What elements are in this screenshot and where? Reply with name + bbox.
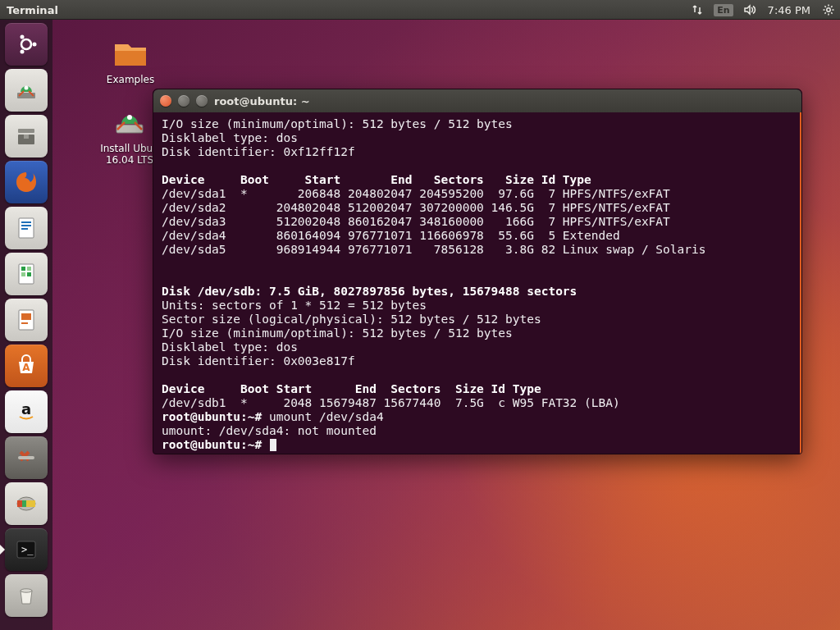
svg-point-2 <box>33 43 37 47</box>
active-app-title: Terminal <box>7 4 58 16</box>
output-line: Disk /dev/sdb: 7.5 GiB, 8027897856 bytes… <box>162 285 577 298</box>
output-line: Disk identifier: 0x003e817f <box>162 354 355 368</box>
svg-rect-16 <box>21 267 25 271</box>
volume-icon[interactable] <box>738 0 761 20</box>
svg-rect-7 <box>18 129 34 133</box>
output-line: Disk identifier: 0xf12ff12f <box>162 145 355 158</box>
table-header: Device Boot Start End Sectors Size Id Ty… <box>162 382 541 395</box>
svg-rect-14 <box>21 228 28 230</box>
svg-rect-29 <box>22 500 26 507</box>
svg-rect-19 <box>27 272 31 276</box>
output-line: Sector size (logical/physical): 512 byte… <box>162 313 541 326</box>
svg-text:A: A <box>22 362 30 373</box>
top-menubar: Terminal En 7:46 PM <box>0 0 840 20</box>
impress-icon[interactable] <box>5 299 48 341</box>
calc-icon[interactable] <box>5 253 48 295</box>
terminal-icon[interactable]: >_ <box>5 528 48 571</box>
svg-point-3 <box>21 35 25 39</box>
software-icon[interactable]: A <box>5 345 48 387</box>
svg-rect-30 <box>26 500 35 507</box>
firefox-icon[interactable] <box>5 161 48 203</box>
svg-point-33 <box>21 589 32 592</box>
ubiquity-icon[interactable] <box>5 69 48 112</box>
gparted-icon[interactable] <box>5 482 48 525</box>
svg-rect-12 <box>21 221 31 223</box>
table-header: Device Boot Start End Sectors Size Id Ty… <box>162 173 591 186</box>
svg-point-35 <box>127 115 132 120</box>
trash-icon[interactable] <box>5 574 48 617</box>
svg-rect-22 <box>21 322 28 324</box>
svg-point-6 <box>25 86 29 90</box>
svg-text:>_: >_ <box>21 544 34 555</box>
svg-rect-28 <box>17 500 22 507</box>
terminal-cursor <box>270 439 276 451</box>
output-line: Disklabel type: dos <box>162 131 298 144</box>
settings-icon[interactable] <box>5 436 48 479</box>
output-line: I/O size (minimum/optimal): 512 bytes / … <box>162 117 513 130</box>
table-row: /dev/sda1 * 206848 204802047 204595200 9… <box>162 187 670 200</box>
svg-point-1 <box>21 39 31 49</box>
output-line: umount: /dev/sda4: not mounted <box>162 424 377 437</box>
output-line: Disklabel type: dos <box>162 340 298 354</box>
desktop-examples[interactable]: Examples <box>94 33 167 85</box>
output-line: Units: sectors of 1 * 512 = 512 bytes <box>162 299 427 312</box>
table-row: /dev/sda5 968914944 976771071 7856128 3.… <box>162 243 705 256</box>
session-gear-icon[interactable] <box>817 0 840 20</box>
output-line: I/O size (minimum/optimal): 512 bytes / … <box>162 326 513 340</box>
svg-rect-18 <box>21 272 25 276</box>
window-title: root@ubuntu: ~ <box>214 95 310 107</box>
svg-point-4 <box>21 50 25 54</box>
close-icon[interactable] <box>160 95 171 107</box>
dash-icon[interactable] <box>5 23 48 66</box>
svg-point-0 <box>827 8 830 11</box>
window-titlebar[interactable]: root@ubuntu: ~ <box>153 89 801 112</box>
shell-prompt: root@ubuntu:~# <box>162 438 262 451</box>
network-icon[interactable] <box>686 0 709 20</box>
svg-rect-13 <box>21 225 31 226</box>
ubiquity-icon <box>110 102 149 141</box>
terminal-window[interactable]: root@ubuntu: ~ I/O size (minimum/optimal… <box>153 89 802 454</box>
svg-rect-17 <box>27 267 31 271</box>
maximize-icon[interactable] <box>196 95 208 107</box>
folder-icon <box>111 33 150 72</box>
table-row: /dev/sdb1 * 2048 15679487 15677440 7.5G … <box>162 396 620 409</box>
svg-rect-25 <box>18 456 34 459</box>
files-icon[interactable] <box>5 115 48 158</box>
svg-rect-15 <box>19 264 34 284</box>
shell-prompt: root@ubuntu:~# <box>162 410 262 423</box>
minimize-icon[interactable] <box>178 95 189 107</box>
table-row: /dev/sda4 860164094 976771071 116606978 … <box>162 229 620 242</box>
svg-rect-21 <box>21 313 31 320</box>
svg-text:a: a <box>21 400 31 418</box>
amazon-icon[interactable]: a <box>5 390 48 433</box>
clock[interactable]: 7:46 PM <box>761 0 817 20</box>
svg-rect-9 <box>24 135 29 139</box>
keyboard-language-indicator[interactable]: En <box>709 0 737 20</box>
unity-launcher: A a >_ <box>0 20 52 630</box>
table-row: /dev/sda3 512002048 860162047 348160000 … <box>162 215 670 228</box>
desktop-icon-label: Examples <box>94 74 167 85</box>
terminal-body[interactable]: I/O size (minimum/optimal): 512 bytes / … <box>153 112 801 454</box>
shell-command: umount /dev/sda4 <box>269 410 384 423</box>
table-row: /dev/sda2 204802048 512002047 307200000 … <box>162 201 670 214</box>
writer-icon[interactable] <box>5 207 48 249</box>
